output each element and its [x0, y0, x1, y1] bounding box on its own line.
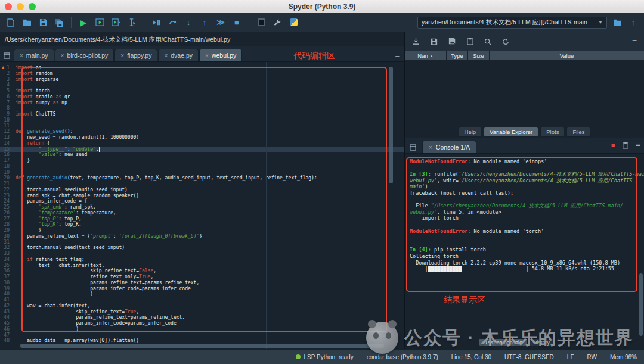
maximize-pane-icon[interactable]	[255, 15, 267, 30]
step-over-icon[interactable]	[166, 15, 178, 30]
editor-options-menu-icon[interactable]: ≡	[395, 51, 400, 60]
code-line[interactable]: 23 rand_spk = chat.sample_random_speaker…	[0, 193, 404, 199]
code-line[interactable]: 20def generate_audio(text, temperature, …	[0, 175, 404, 181]
chevron-down-icon[interactable]: ▼	[598, 20, 603, 25]
code-line[interactable]: 8	[0, 105, 404, 111]
code-line[interactable]: 18	[0, 164, 404, 170]
close-window-button[interactable]	[5, 3, 12, 10]
code-line[interactable]: 37 refine_text_only=True,	[0, 274, 404, 280]
code-line[interactable]: 43 skip_refine_text=True,	[0, 309, 404, 315]
code-line[interactable]: 41	[0, 297, 404, 303]
interrupt-kernel-icon[interactable]: ■	[611, 141, 615, 150]
column-header-name[interactable]: Nan ▲	[405, 51, 447, 60]
step-out-icon[interactable]: ↑	[199, 15, 210, 30]
tab-files[interactable]: Files	[566, 127, 590, 137]
zoom-window-button[interactable]	[29, 3, 36, 10]
tab-history[interactable]: History	[528, 339, 555, 346]
run-selection-icon[interactable]	[126, 15, 138, 30]
stop-debug-icon[interactable]: ■	[231, 15, 243, 30]
console-tab[interactable]: × Console 1/A	[422, 141, 476, 153]
code-line[interactable]: 34 if refine_text_flag:	[0, 257, 404, 263]
column-header-value[interactable]: Value	[490, 51, 644, 60]
browse-consoles-icon[interactable]	[410, 144, 416, 151]
tab-plots[interactable]: Plots	[540, 127, 565, 137]
code-line[interactable]: 16 "value": new_seed	[0, 152, 404, 158]
parent-directory-icon[interactable]: ↑	[627, 15, 639, 30]
code-line[interactable]: 38 params_refine_text=params_refine_text…	[0, 280, 404, 286]
tab-close-icon[interactable]: ×	[164, 52, 168, 59]
code-line[interactable]: 45 params_infer_code=params_infer_code	[0, 321, 404, 326]
code-line[interactable]: 14 return {	[0, 141, 404, 147]
code-line[interactable]: 31	[0, 239, 404, 245]
tab-help[interactable]: Help	[459, 127, 482, 137]
tab-close-icon[interactable]: ×	[120, 52, 124, 59]
code-line[interactable]: 15 "__type__": "update",	[0, 147, 404, 153]
code-line[interactable]: 21	[0, 181, 404, 187]
code-line[interactable]: 26 'temperature': temperature,	[0, 210, 404, 216]
code-line[interactable]: 22 torch.manual_seed(audio_seed_input)	[0, 187, 404, 193]
code-line[interactable]: 27 'top_P': top_P,	[0, 216, 404, 222]
refresh-icon[interactable]	[502, 38, 509, 45]
code-line[interactable]: 9import ChatTTS	[0, 111, 404, 117]
save-data-as-icon[interactable]	[448, 38, 456, 45]
tab-ipython-console[interactable]: IPython console	[479, 339, 527, 346]
code-line[interactable]: 36 skip_refine_text=False,	[0, 268, 404, 274]
run-cell-icon[interactable]	[94, 15, 106, 30]
run-file-icon[interactable]: ▶	[78, 15, 89, 30]
code-line[interactable]: 19	[0, 170, 404, 176]
code-line[interactable]: 17 }	[0, 158, 404, 164]
editor-tab[interactable]: ×webui.py	[199, 49, 242, 61]
variable-table-body[interactable]	[405, 60, 644, 125]
preferences-wrench-icon[interactable]	[271, 15, 283, 30]
code-line[interactable]: 3import argparse	[0, 77, 404, 83]
console-vertical-scrollbar[interactable]	[639, 273, 643, 336]
code-line[interactable]: 4	[0, 82, 404, 88]
code-line[interactable]: 40 )	[0, 291, 404, 297]
console-options-menu-icon[interactable]: ≡	[636, 141, 640, 150]
save-data-icon[interactable]	[431, 38, 438, 45]
code-line[interactable]: 5import torch	[0, 88, 404, 94]
editor-horizontal-scrollbar[interactable]	[20, 344, 384, 348]
editor-vertical-scrollbar[interactable]	[389, 67, 393, 183]
code-line[interactable]: 1import os	[0, 65, 404, 71]
code-line[interactable]: 35 text = chat.infer(text,	[0, 263, 404, 269]
code-line[interactable]: 30 params_refine_text = {'prompt': '[ora…	[0, 234, 404, 239]
paste-clipboard-icon[interactable]	[467, 38, 473, 45]
tab-close-icon[interactable]: ×	[20, 52, 23, 59]
tab-close-icon[interactable]: ×	[205, 52, 209, 59]
code-line[interactable]: 28 'top_K': top_K,	[0, 222, 404, 228]
run-cell-advance-icon[interactable]	[110, 15, 122, 30]
continue-execution-icon[interactable]: ≫	[215, 15, 227, 30]
tab-close-icon[interactable]: ×	[429, 144, 432, 151]
save-all-icon[interactable]	[53, 15, 65, 30]
code-line[interactable]: 7import numpy as np	[0, 100, 404, 106]
minimize-window-button[interactable]	[17, 3, 24, 10]
code-line[interactable]: 12def generate_seed():	[0, 129, 404, 135]
column-header-size[interactable]: Size	[468, 51, 490, 60]
code-line[interactable]: 46 )	[0, 326, 404, 332]
code-line[interactable]: 29 }	[0, 228, 404, 234]
code-line[interactable]: 47	[0, 332, 404, 338]
console-output[interactable]: ModuleNotFoundError: No module named 'ei…	[405, 154, 644, 339]
step-into-icon[interactable]: ↓	[182, 15, 194, 30]
code-line[interactable]: 39 params_infer_code=params_infer_code	[0, 286, 404, 292]
code-line[interactable]: 42 wav = chat.infer(text,	[0, 303, 404, 309]
new-file-icon[interactable]	[5, 15, 17, 30]
search-icon[interactable]	[484, 38, 491, 45]
tab-close-icon[interactable]: ×	[61, 52, 64, 59]
code-line[interactable]: 33	[0, 251, 404, 257]
code-line[interactable]: 48 audio_data = np.array(wav[0]).flatten…	[0, 338, 404, 344]
editor-tab[interactable]: ×bird-co-pilot.py	[55, 49, 114, 61]
python-env-icon[interactable]	[287, 15, 299, 30]
import-data-icon[interactable]	[412, 38, 420, 45]
code-line[interactable]: 24 params_infer_code = {	[0, 198, 404, 204]
debug-file-icon[interactable]	[150, 15, 162, 30]
tab-variable-explorer[interactable]: Variable Explorer	[484, 127, 538, 137]
code-line[interactable]: 44 params_refine_text=params_refine_text…	[0, 315, 404, 321]
code-line[interactable]: 2import random	[0, 71, 404, 77]
code-line[interactable]: 13 new_seed = random.randint(1, 10000000…	[0, 135, 404, 141]
code-line[interactable]: 6import gradio as gr	[0, 94, 404, 100]
code-line[interactable]: 10	[0, 117, 404, 123]
code-line[interactable]: 11	[0, 123, 404, 129]
save-icon[interactable]	[37, 15, 49, 30]
